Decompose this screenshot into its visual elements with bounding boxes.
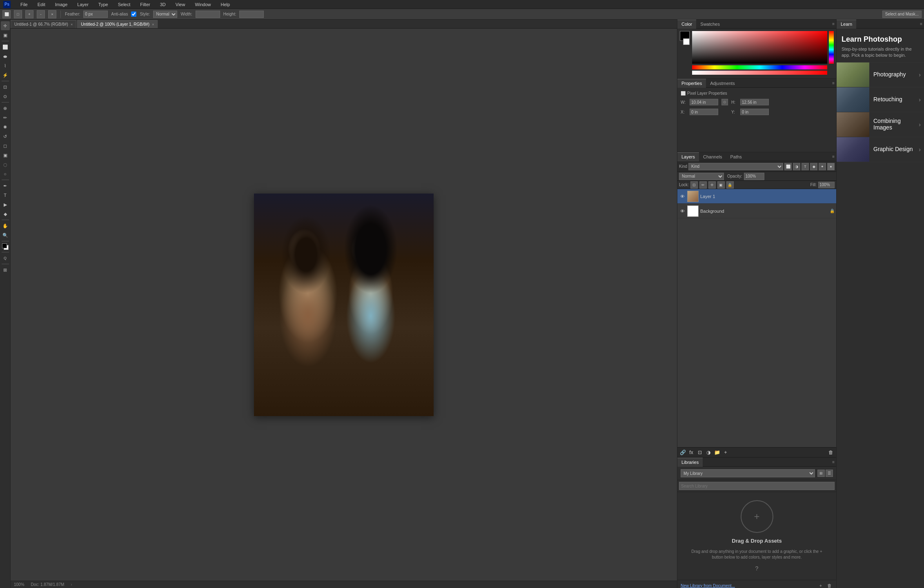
layer-1-visibility[interactable]: 👁 [679, 208, 686, 214]
zoom-tool[interactable]: 🔍 [1, 231, 10, 240]
intersect-selection-icon[interactable]: × [48, 10, 56, 18]
menu-image[interactable]: Image [53, 1, 69, 8]
hand-tool[interactable]: ✋ [1, 221, 10, 230]
layers-panel-collapse[interactable]: ≡ [832, 154, 835, 159]
lock-move-btn[interactable]: ✛ [708, 181, 716, 189]
dodge-tool[interactable]: ○ [1, 169, 10, 178]
color-swatches[interactable] [2, 243, 9, 250]
layers-filter-type[interactable]: T [802, 163, 809, 170]
learn-item-combining[interactable]: Combining Images › [837, 112, 924, 137]
spectrum-right-hue-bar[interactable] [829, 31, 834, 64]
layers-filter-shape[interactable]: ◆ [810, 163, 817, 170]
link-layers-btn[interactable]: 🔗 [679, 449, 686, 456]
menu-type[interactable]: Type [97, 1, 110, 8]
new-selection-icon[interactable]: □ [14, 10, 22, 18]
antialias-checkbox[interactable] [131, 11, 136, 17]
menu-select[interactable]: Select [116, 1, 132, 8]
eyedropper-tool[interactable]: ⊙ [1, 92, 10, 101]
lock-paint-btn[interactable]: ✏ [699, 181, 707, 189]
blur-tool[interactable]: ◌ [1, 160, 10, 169]
screen-mode-btn[interactable]: ⊞ [1, 265, 10, 274]
background-color-big[interactable] [683, 38, 690, 45]
menu-filter[interactable]: Filter [138, 1, 151, 8]
feather-input[interactable] [83, 11, 108, 18]
subtract-selection-icon[interactable]: - [37, 10, 45, 18]
tab-untitled2[interactable]: Untitled-2 @ 100% (Layer 1, RGB/8#) × [77, 20, 158, 28]
x-input[interactable] [690, 109, 718, 115]
h-input[interactable] [740, 99, 769, 105]
menu-layer[interactable]: Layer [76, 1, 90, 8]
help-icon[interactable]: ? [755, 565, 759, 572]
libraries-panel-collapse[interactable]: ≡ [832, 460, 835, 464]
add-adjustment-btn[interactable]: ◑ [705, 449, 712, 456]
style-select[interactable]: Normal [153, 11, 177, 18]
lock-artboard-btn[interactable]: ▣ [717, 181, 725, 189]
pen-tool[interactable]: ✒ [1, 181, 10, 190]
lock-transparent-btn[interactable]: ⊡ [690, 181, 698, 189]
learn-tab[interactable]: Learn [837, 20, 856, 29]
delete-layer-btn[interactable]: 🗑 [827, 449, 835, 456]
new-layer-btn[interactable]: + [722, 449, 729, 456]
menu-help[interactable]: Help [219, 1, 232, 8]
select-mask-button[interactable]: Select and Mask... [882, 11, 922, 18]
tab-untitled1[interactable]: Untitled-1 @ 66.7% (RGB/8#) × [11, 20, 76, 28]
status-arrow[interactable]: › [71, 582, 72, 587]
tab-untitled2-close[interactable]: × [152, 22, 154, 27]
clone-tool[interactable]: ✺ [1, 122, 10, 131]
layers-filter-pixel[interactable]: ⬜ [784, 163, 792, 170]
adjustments-tab[interactable]: Adjustments [706, 79, 739, 88]
quick-mask-btn[interactable]: Q [1, 254, 10, 263]
learn-item-photography[interactable]: Photography › [837, 62, 924, 87]
layer-0-visibility[interactable]: 👁 [679, 193, 686, 200]
marquee-rect-tool[interactable]: ⬜ [1, 42, 10, 51]
brush-tool[interactable]: ✏ [1, 113, 10, 122]
spectrum-gradient[interactable] [692, 31, 827, 64]
w-input[interactable] [690, 99, 718, 105]
eraser-tool[interactable]: ◻ [1, 141, 10, 150]
menu-view[interactable]: View [174, 1, 187, 8]
libraries-library-select[interactable]: My Library [681, 469, 815, 477]
shape-tool[interactable]: ◆ [1, 209, 10, 218]
paths-tab[interactable]: Paths [726, 152, 746, 161]
artboard-tool[interactable]: ▣ [1, 31, 10, 40]
menu-window[interactable]: Window [193, 1, 212, 8]
learn-item-graphic-design[interactable]: Graphic Design › [837, 137, 924, 162]
color-tab[interactable]: Color [677, 20, 696, 29]
healing-tool[interactable]: ⊕ [1, 104, 10, 113]
libraries-delete-btn[interactable]: 🗑 [826, 582, 833, 588]
quick-select-tool[interactable]: ⚡ [1, 71, 10, 80]
blend-mode-select[interactable]: Normal [679, 173, 724, 180]
height-input[interactable] [239, 11, 264, 18]
fill-input[interactable] [818, 182, 835, 188]
marquee-ellipse-tool[interactable]: ⬬ [1, 52, 10, 61]
layers-filter-toggle[interactable]: ● [827, 163, 835, 170]
menu-3d[interactable]: 3D [158, 1, 167, 8]
swatches-tab[interactable]: Swatches [696, 20, 724, 29]
channels-tab[interactable]: Channels [699, 152, 726, 161]
learn-panel-collapse[interactable]: ≡ [920, 22, 922, 26]
type-tool[interactable]: T [1, 191, 10, 200]
color-panel-collapse[interactable]: ≡ [832, 22, 835, 26]
foreground-color-swatch[interactable] [2, 243, 7, 248]
libraries-list-view[interactable]: ☰ [826, 470, 833, 477]
lasso-tool[interactable]: ⌇ [1, 61, 10, 70]
layer-row-0[interactable]: 👁 Layer 1 [677, 189, 836, 204]
libraries-search-input[interactable] [679, 482, 835, 490]
layers-tab[interactable]: Layers [677, 152, 699, 161]
layers-kind-select[interactable]: Kind [688, 163, 783, 170]
move-tool[interactable]: ✛ [1, 21, 10, 30]
new-library-link[interactable]: New Library from Document... [681, 584, 735, 588]
add-group-btn[interactable]: 📁 [713, 449, 721, 456]
layers-filter-adjust[interactable]: ◑ [793, 163, 800, 170]
path-select-tool[interactable]: ▶ [1, 200, 10, 209]
add-mask-btn[interactable]: ⊡ [696, 449, 704, 456]
opacity-input[interactable] [744, 173, 764, 180]
menu-edit[interactable]: Edit [36, 1, 47, 8]
width-input[interactable] [196, 11, 220, 18]
layer-row-1[interactable]: 👁 Background 🔒 [677, 204, 836, 218]
spectrum-hue-bar[interactable] [692, 65, 827, 69]
lock-all-btn[interactable]: 🔒 [726, 181, 734, 189]
libraries-tab[interactable]: Libraries [677, 458, 703, 467]
add-selection-icon[interactable]: + [25, 10, 33, 18]
y-input[interactable] [740, 109, 769, 115]
